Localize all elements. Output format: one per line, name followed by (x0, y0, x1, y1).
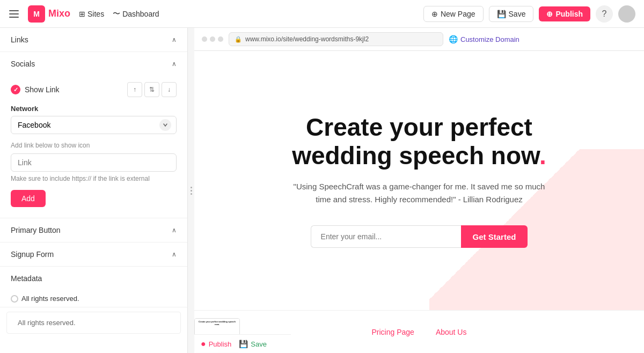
primary-button-section-header[interactable]: Primary Button ∧ (0, 218, 187, 242)
metadata-section-header[interactable]: Metadata (0, 267, 187, 290)
preview-content: Create your perfect wedding speech now. … (194, 51, 644, 353)
pricing-page-link[interactable]: Pricing Page (372, 328, 414, 336)
link-hint: Make sure to include https:// if the lin… (11, 175, 177, 182)
add-social-button[interactable]: Add (11, 190, 46, 207)
globe-icon: 🌐 (449, 35, 458, 43)
user-avatar[interactable] (618, 5, 635, 23)
bottom-bar: ● Publish 💾 Save (194, 334, 291, 353)
bottom-publish-button[interactable]: ● Publish (201, 339, 231, 349)
move-up-button[interactable]: ↑ (127, 82, 142, 97)
publish-plus-icon: ⊕ (546, 10, 553, 18)
publish-button[interactable]: ⊕ Publish (539, 6, 590, 21)
hero-cta: Get Started (311, 225, 528, 248)
nav-sites-link[interactable]: ⊞ Sites (79, 10, 104, 18)
move-down-button[interactable]: ↓ (162, 82, 177, 97)
order-controls: ↑ ⇅ ↓ (127, 82, 177, 97)
links-section-header[interactable]: Links ∧ (0, 28, 187, 52)
svg-rect-1 (9, 13, 19, 14)
primary-button-chevron-icon: ∧ (172, 226, 177, 234)
reorder-button[interactable]: ⇅ (144, 82, 159, 97)
about-us-link[interactable]: About Us (436, 328, 467, 336)
bottom-publish-icon: ● (201, 339, 206, 349)
show-link-left: Show Link (11, 85, 60, 94)
network-label: Network (11, 105, 177, 113)
browser-url-bar[interactable]: 🔒 www.mixo.io/site/wedding-wordsmiths-9k… (229, 32, 443, 46)
save-icon: 💾 (497, 10, 506, 18)
new-page-button[interactable]: ⊕ New Page (423, 6, 484, 22)
socials-expanded: Show Link ↑ ⇅ ↓ Network Facebook Twitter… (0, 76, 187, 218)
main-layout: Links ∧ Socials ∧ Show Link ↑ ⇅ (0, 28, 644, 353)
links-chevron-icon: ∧ (172, 36, 177, 43)
network-select[interactable]: Facebook Twitter Instagram LinkedIn YouT… (11, 116, 177, 134)
preview-frame: Create your perfect wedding speech now. … (194, 51, 644, 353)
browser-dot-red (202, 36, 207, 42)
sites-icon: ⊞ (79, 10, 85, 18)
nav-dashboard-link[interactable]: 〜 Dashboard (113, 9, 159, 19)
logo-icon: M (28, 5, 45, 23)
preview-area: 🔒 www.mixo.io/site/wedding-wordsmiths-9k… (194, 28, 644, 353)
bottom-save-button[interactable]: 💾 Save (239, 340, 267, 348)
show-link-checkbox[interactable] (11, 85, 20, 94)
top-nav: M Mixo ⊞ Sites 〜 Dashboard ⊕ New Page 💾 … (0, 0, 644, 28)
bottom-save-icon: 💾 (239, 340, 248, 348)
email-input[interactable] (311, 225, 461, 248)
socials-section-header[interactable]: Socials ∧ (0, 52, 187, 76)
all-rights-input: All rights reserved. (6, 312, 181, 334)
signup-form-chevron-icon: ∧ (172, 251, 177, 258)
radio-icon[interactable] (11, 295, 18, 303)
lock-icon: 🔒 (235, 36, 242, 43)
all-rights-radio[interactable]: All rights reserved. (11, 295, 177, 303)
signup-form-section: Signup Form ∧ (0, 242, 187, 267)
app-logo[interactable]: M Mixo (28, 5, 70, 23)
help-button[interactable]: ? (596, 5, 613, 23)
resize-handle[interactable] (188, 28, 194, 353)
socials-section: Socials ∧ Show Link ↑ ⇅ ↓ Network (0, 52, 187, 218)
hero-quote: "Using SpeechCraft was a game-changer fo… (290, 180, 548, 206)
dashboard-icon: 〜 (113, 9, 120, 19)
primary-button-section: Primary Button ∧ (0, 218, 187, 242)
sidebar: Links ∧ Socials ∧ Show Link ↑ ⇅ (0, 28, 188, 353)
show-link-row: Show Link ↑ ⇅ ↓ (11, 82, 177, 97)
customize-domain-button[interactable]: 🌐 Customize Domain (449, 35, 519, 43)
save-button[interactable]: 💾 Save (489, 6, 534, 22)
network-select-wrap: Facebook Twitter Instagram LinkedIn YouT… (11, 116, 177, 134)
svg-rect-2 (9, 17, 19, 18)
nav-left: M Mixo ⊞ Sites 〜 Dashboard (9, 5, 159, 23)
browser-dots (202, 36, 223, 42)
browser-dot-green (218, 36, 223, 42)
preview-toolbar: 🔒 www.mixo.io/site/wedding-wordsmiths-9k… (194, 28, 644, 51)
metadata-content: All rights reserved. (0, 290, 187, 307)
plus-icon: ⊕ (431, 10, 438, 18)
nav-right: ⊕ New Page 💾 Save ⊕ Publish ? (423, 5, 635, 23)
signup-form-section-header[interactable]: Signup Form ∧ (0, 242, 187, 266)
drag-handle-dots (191, 187, 192, 195)
hero-section: Create your perfect wedding speech now. … (194, 51, 644, 310)
links-section: Links ∧ (0, 28, 187, 52)
add-link-hint: Add link below to show icon (11, 142, 177, 149)
browser-dot-yellow (210, 36, 215, 42)
hamburger-icon[interactable] (9, 9, 19, 19)
svg-rect-0 (9, 10, 19, 11)
metadata-section: Metadata All rights reserved. (0, 267, 187, 307)
hero-title: Create your perfect wedding speech now. (292, 113, 546, 170)
socials-chevron-icon: ∧ (172, 60, 177, 68)
link-input[interactable] (11, 153, 177, 172)
get-started-button[interactable]: Get Started (461, 225, 528, 248)
